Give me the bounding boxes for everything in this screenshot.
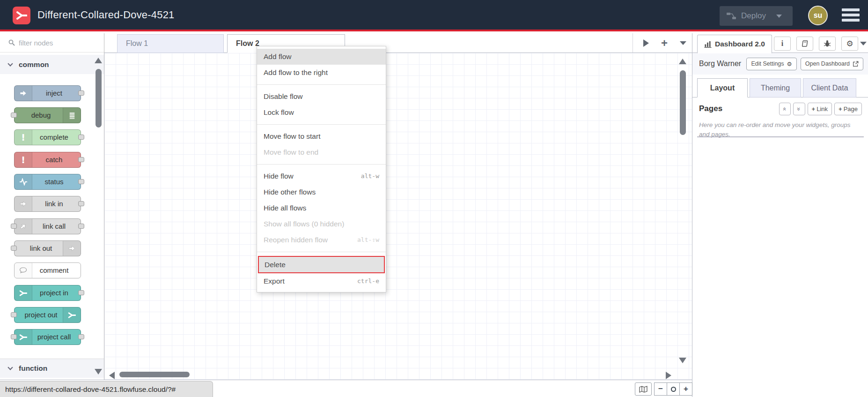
avatar[interactable]: su [808, 6, 828, 25]
tab-layout[interactable]: Layout [697, 78, 748, 97]
status-url: https://different-collared-dove-4521.flo… [5, 385, 176, 393]
menu-item-move-flow-start[interactable]: Move flow to start [257, 128, 386, 144]
filter-nodes-input[interactable] [19, 39, 89, 47]
bug-icon [824, 40, 831, 47]
tab-client-data[interactable]: Client Data [803, 78, 856, 97]
sidebar-divider [697, 136, 864, 137]
palette-node-debug[interactable]: debug [14, 107, 81, 123]
menu-item-move-flow-end: Move flow to end [257, 144, 386, 160]
main-menu-icon[interactable] [842, 8, 860, 23]
gear-icon: ⚙ [846, 39, 853, 48]
sidebar-menu-icon[interactable] [860, 42, 867, 45]
canvas-hscroll-thumb[interactable] [119, 372, 190, 377]
palette-node-status[interactable]: status [14, 174, 81, 190]
pages-title: Pages [699, 104, 777, 113]
flow-list-icon[interactable] [680, 41, 686, 45]
zoom-reset-button[interactable] [667, 382, 680, 396]
node-port [11, 334, 17, 339]
status-url-tooltip: https://different-collared-dove-4521.flo… [0, 381, 213, 397]
node-label: project call [21, 330, 87, 345]
edit-settings-button[interactable]: Edit Settings ⚙ [746, 58, 796, 70]
palette-scroll-up[interactable] [95, 58, 102, 63]
node-label: link call [21, 219, 87, 234]
menu-item-add-flow[interactable]: Add flow [257, 49, 386, 65]
page-title: Different-Collared-Dove-4521 [37, 9, 175, 21]
node-label: project in [21, 285, 87, 300]
menu-item-reopen-hidden-flow: Reopen hidden flowalt-⇧w [257, 232, 386, 248]
flow-context-menu: Add flow Add flow to the right Disable f… [257, 46, 386, 292]
canvas-vscroll-thumb[interactable] [680, 70, 686, 135]
node-label: project out [8, 307, 74, 322]
menu-item-hide-other-flows[interactable]: Hide other flows [257, 184, 386, 200]
menu-item-hide-flow[interactable]: Hide flowalt-w [257, 168, 386, 184]
minimap-button[interactable] [635, 382, 652, 396]
deploy-caret-icon[interactable] [776, 15, 782, 18]
menu-item-add-flow-right[interactable]: Add flow to the right [257, 65, 386, 81]
canvas-scroll-up[interactable] [679, 59, 686, 64]
node-port [78, 157, 84, 162]
collapse-all-button[interactable]: « [779, 103, 791, 115]
menu-item-lock-flow[interactable]: Lock flow [257, 105, 386, 120]
flow-canvas[interactable] [104, 53, 692, 380]
tab-dashboard-2[interactable]: Dashboard 2.0 [697, 35, 772, 53]
chevrons-up-icon: « [781, 107, 788, 110]
palette-node-project-out[interactable]: project out [14, 307, 81, 323]
open-dashboard-button[interactable]: Open Dashboard [801, 58, 863, 70]
zoom-out-icon: − [658, 384, 663, 394]
menu-item-delete[interactable]: Delete [259, 257, 384, 272]
tabbar-controls: + [633, 33, 686, 52]
menu-item-disable-flow[interactable]: Disable flow [257, 89, 386, 105]
deploy-button[interactable]: Deploy [720, 6, 793, 26]
tab-flow-1[interactable]: Flow 1 [117, 34, 224, 53]
add-flow-icon[interactable]: + [661, 38, 668, 48]
palette-node-link-out[interactable]: link out [14, 240, 81, 256]
palette-node-project-call[interactable]: project call [14, 329, 81, 345]
zoom-in-button[interactable]: + [679, 382, 692, 396]
zoom-controls: − + [655, 382, 692, 396]
debug-button[interactable] [819, 37, 836, 51]
node-palette: common inject debug ! complete ! catch s… [0, 33, 104, 380]
help-button[interactable] [796, 37, 813, 51]
add-page-button[interactable]: +Page [834, 103, 862, 115]
palette-category-function[interactable]: function [0, 359, 104, 378]
zoom-reset-icon [671, 387, 676, 392]
canvas-scroll-right[interactable] [666, 372, 671, 379]
expand-all-button[interactable]: » [793, 103, 805, 115]
node-port [11, 112, 17, 118]
menu-separator [257, 124, 386, 125]
palette-node-comment[interactable]: comment [14, 262, 81, 278]
chevron-down-icon [7, 365, 13, 370]
sidebar-tab-label: Dashboard 2.0 [715, 40, 765, 48]
palette-node-catch[interactable]: ! catch [14, 152, 81, 168]
dashboard-project-row: Borg Warner Edit Settings ⚙ Open Dashboa… [692, 53, 868, 75]
workspace: Flow 1 Flow 2 + [104, 33, 692, 380]
zoom-in-icon: + [684, 384, 688, 394]
palette-node-complete[interactable]: ! complete [14, 129, 81, 145]
palette-scroll-thumb[interactable] [96, 69, 102, 127]
config-button[interactable]: ⚙ [841, 37, 858, 51]
menu-item-hide-all-flows[interactable]: Hide all flows [257, 200, 386, 216]
node-label: link in [21, 196, 87, 211]
deploy-icon [726, 12, 736, 20]
node-port [78, 290, 84, 295]
add-link-button[interactable]: +Link [808, 103, 832, 115]
palette-node-link-in[interactable]: link in [14, 196, 81, 212]
menu-item-export[interactable]: Exportctrl-e [257, 273, 386, 289]
palette-category-common[interactable]: common [0, 55, 104, 74]
right-sidebar: Dashboard 2.0 i ⚙ Borg Warner Edit Setti… [692, 33, 868, 397]
palette-node-project-in[interactable]: project in [14, 285, 81, 301]
next-tab-icon[interactable] [643, 39, 649, 47]
palette-node-inject[interactable]: inject [14, 85, 81, 101]
palette-filter[interactable] [0, 33, 104, 52]
palette-node-link-call[interactable]: link call [14, 218, 81, 234]
zoom-out-button[interactable]: − [654, 382, 667, 396]
palette-scroll-down[interactable] [95, 369, 102, 375]
menu-separator [257, 252, 386, 252]
chevrons-down-icon: » [795, 107, 802, 110]
tab-theming[interactable]: Theming [750, 78, 801, 97]
node-port [78, 334, 84, 339]
canvas-scroll-left[interactable] [109, 372, 115, 379]
canvas-scroll-down[interactable] [679, 358, 686, 363]
info-button[interactable]: i [774, 37, 791, 51]
delete-highlight-box: Delete [258, 256, 385, 273]
